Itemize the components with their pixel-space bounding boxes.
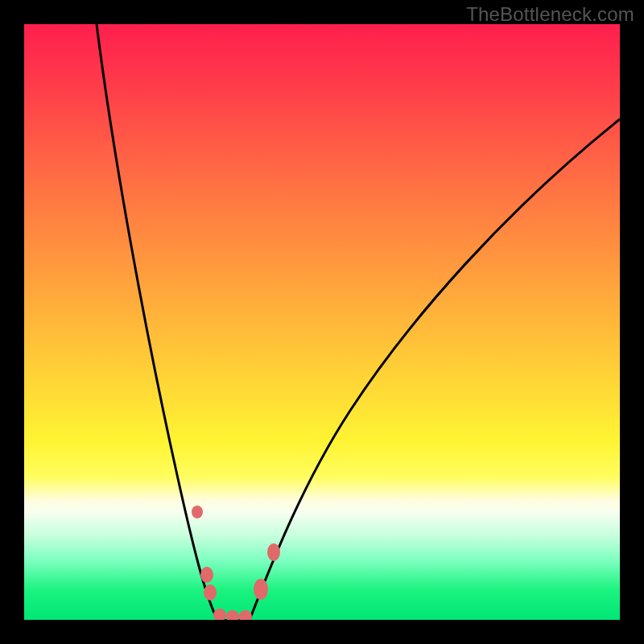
curve-overlay [24, 24, 620, 620]
marker-dot [200, 567, 213, 583]
marker-dot [254, 579, 268, 600]
plot-area [24, 24, 620, 620]
right-curve [250, 119, 620, 620]
marker-dot [204, 584, 217, 601]
watermark-text: TheBottleneck.com [466, 3, 634, 26]
marker-group [192, 506, 280, 620]
marker-dot [192, 506, 203, 518]
marker-dot [239, 610, 252, 620]
marker-dot [267, 543, 280, 561]
left-curve [97, 24, 217, 620]
marker-dot [213, 609, 226, 620]
marker-dot [226, 610, 239, 620]
curve-group [97, 24, 620, 620]
chart-frame: TheBottleneck.com [0, 0, 644, 644]
